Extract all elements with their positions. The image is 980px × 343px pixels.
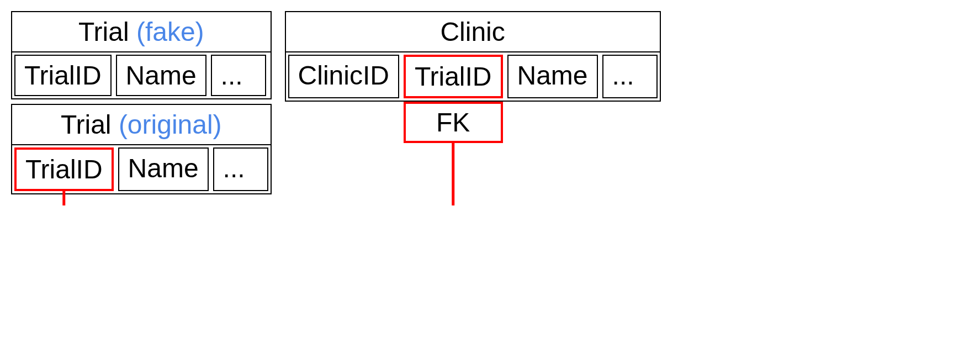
table-title-trial-original: Trial (original)	[12, 105, 271, 145]
table-clinic: Clinic ClinicID TrialID Name ...	[285, 11, 661, 102]
col-trialid-fk: TrialID	[404, 55, 503, 98]
table-name: Trial	[78, 17, 129, 46]
columns-row: ClinicID TrialID Name ...	[286, 52, 660, 101]
left-column: Trial (fake) TrialID Name ... Trial (ori…	[11, 11, 272, 194]
columns-row: TrialID Name ...	[12, 145, 271, 193]
table-trial-original: Trial (original) TrialID Name ...	[11, 104, 272, 194]
col-ellipsis: ...	[213, 147, 268, 191]
table-trial-fake: Trial (fake) TrialID Name ...	[11, 11, 272, 99]
columns-row: TrialID Name ...	[12, 52, 271, 98]
table-annotation: (fake)	[136, 17, 204, 46]
table-name: Clinic	[440, 17, 505, 46]
diagram-container: Trial (fake) TrialID Name ... Trial (ori…	[11, 11, 969, 194]
col-name: Name	[118, 147, 209, 191]
table-name: Trial	[61, 110, 112, 139]
col-trialid: TrialID	[14, 55, 112, 96]
table-title-clinic: Clinic	[286, 12, 660, 52]
col-ellipsis: ...	[602, 55, 658, 98]
table-annotation: (original)	[119, 110, 222, 139]
col-name: Name	[116, 55, 206, 96]
col-name: Name	[507, 55, 598, 98]
col-trialid-pk: TrialID	[14, 147, 114, 191]
table-title-trial-fake: Trial (fake)	[12, 12, 271, 52]
col-clinicid: ClinicID	[288, 55, 399, 98]
col-ellipsis: ...	[211, 55, 266, 96]
fk-label: FK	[404, 102, 503, 143]
right-column: Clinic ClinicID TrialID Name ... FK	[285, 11, 661, 102]
